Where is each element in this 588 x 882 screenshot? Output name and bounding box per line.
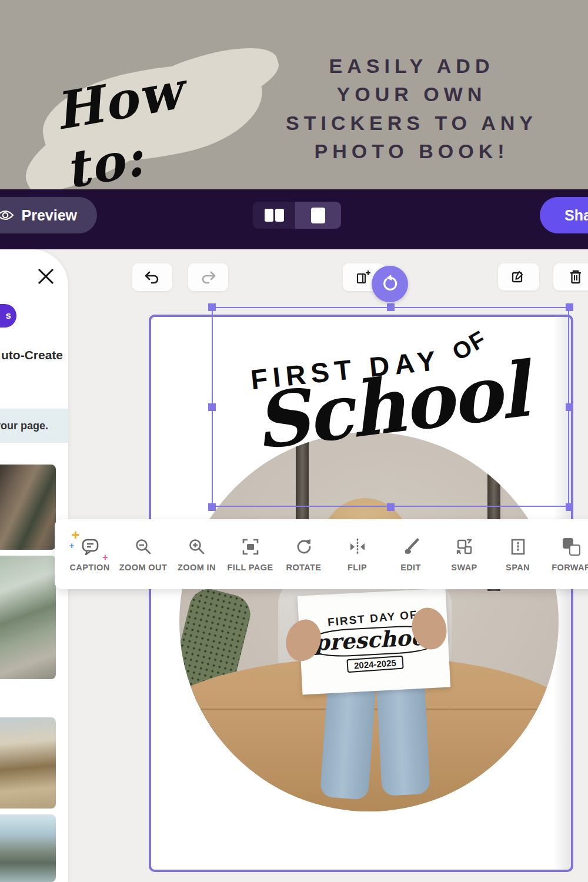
photo-thumbnail-lake-mountains[interactable] bbox=[0, 814, 56, 882]
zoom-out-label: ZOOM OUT bbox=[119, 563, 167, 572]
rotate-icon bbox=[295, 536, 313, 557]
edit-label: EDIT bbox=[400, 563, 421, 572]
share-button[interactable]: Sha bbox=[540, 197, 588, 233]
forward-front-square bbox=[569, 544, 580, 556]
selection-handle-mid-left[interactable] bbox=[208, 403, 216, 411]
banner-headline: EASILY ADD YOUR OWN STICKERS TO ANY PHOT… bbox=[253, 52, 570, 165]
rotate-ccw-icon bbox=[380, 275, 399, 293]
span-icon bbox=[509, 536, 527, 557]
selection-action-bar: + + + CAPTION ZOOM OUT bbox=[55, 519, 588, 589]
photo-thumbnail-family-on-couch[interactable] bbox=[0, 465, 56, 550]
app-toolbar: Preview Sha bbox=[0, 189, 588, 249]
single-page-view-option[interactable] bbox=[295, 202, 341, 229]
edit-page-button[interactable] bbox=[498, 263, 539, 290]
zoom-in-icon bbox=[188, 536, 206, 557]
edit-button[interactable]: EDIT bbox=[384, 536, 437, 572]
zoom-out-button[interactable]: ZOOM OUT bbox=[116, 536, 170, 572]
spread-right-page-icon bbox=[275, 209, 284, 222]
preview-button[interactable]: Preview bbox=[0, 197, 97, 233]
selection-handle-bottom-left[interactable] bbox=[208, 503, 216, 511]
preview-label: Preview bbox=[21, 207, 77, 224]
fill-page-label: FILL PAGE bbox=[228, 563, 273, 572]
selection-bounding-box[interactable] bbox=[212, 307, 569, 507]
photos-tab-label: s bbox=[6, 310, 11, 322]
headline-line-1: EASILY ADD bbox=[253, 52, 570, 80]
flip-icon bbox=[348, 536, 367, 557]
add-page-icon bbox=[355, 269, 373, 286]
spread-view-option[interactable] bbox=[253, 202, 295, 229]
undo-button[interactable] bbox=[132, 263, 172, 291]
swap-icon bbox=[455, 536, 475, 557]
selection-handle-mid-right[interactable] bbox=[566, 403, 573, 411]
selection-handle-bottom-center[interactable] bbox=[387, 503, 395, 511]
zoom-in-button[interactable]: ZOOM IN bbox=[170, 536, 223, 572]
photo-thumbnail-father-child-beach[interactable] bbox=[0, 717, 56, 808]
sign-line-3: 2024-2025 bbox=[346, 656, 403, 673]
promo-banner: How to: EASILY ADD YOUR OWN STICKERS TO … bbox=[0, 0, 588, 189]
banner-script-text: How to: bbox=[50, 46, 279, 199]
selection-handle-top-center[interactable] bbox=[387, 303, 395, 311]
trash-icon bbox=[568, 269, 583, 285]
fill-page-icon bbox=[241, 536, 260, 557]
bring-forward-icon bbox=[562, 536, 581, 557]
selection-handle-top-right[interactable] bbox=[566, 303, 573, 311]
redo-button[interactable] bbox=[188, 263, 228, 291]
swap-label: SWAP bbox=[451, 563, 477, 572]
caption-icon: + + + bbox=[80, 536, 100, 557]
sparkle-icon: + bbox=[102, 553, 108, 562]
delete-button[interactable] bbox=[553, 263, 588, 290]
page-hint-text: your page. bbox=[0, 420, 48, 432]
photo-thumbnail-woman-by-window[interactable] bbox=[0, 556, 56, 679]
page-hint-strip: your page. bbox=[0, 409, 68, 443]
headline-line-2: YOUR OWN bbox=[253, 80, 570, 108]
edit-square-icon bbox=[510, 269, 527, 285]
page-view-toggle[interactable] bbox=[253, 202, 341, 229]
edit-brush-icon bbox=[402, 536, 420, 557]
flip-label: FLIP bbox=[348, 563, 367, 572]
caption-button[interactable]: + + + CAPTION bbox=[63, 536, 116, 572]
rotate-selection-handle[interactable] bbox=[372, 266, 408, 302]
rotate-button[interactable]: ROTATE bbox=[277, 536, 330, 572]
app-screen: How to: EASILY ADD YOUR OWN STICKERS TO … bbox=[0, 0, 588, 882]
caption-label: CAPTION bbox=[69, 563, 109, 572]
redo-icon bbox=[200, 270, 216, 285]
fill-page-button[interactable]: FILL PAGE bbox=[223, 536, 277, 572]
close-sidebar-icon[interactable] bbox=[35, 266, 56, 287]
rotate-label: ROTATE bbox=[286, 563, 322, 572]
selection-handle-top-left[interactable] bbox=[208, 303, 216, 311]
single-page-icon bbox=[311, 208, 325, 223]
undo-icon bbox=[144, 270, 161, 285]
eye-icon bbox=[0, 209, 14, 222]
spread-left-page-icon bbox=[265, 209, 273, 222]
zoom-out-icon bbox=[134, 536, 153, 557]
share-label: Sha bbox=[564, 207, 588, 224]
flip-button[interactable]: FLIP bbox=[330, 536, 384, 572]
bring-forward-label: FORWAR bbox=[552, 563, 588, 572]
auto-create-label[interactable]: uto-Create bbox=[1, 348, 63, 362]
span-button[interactable]: SPAN bbox=[491, 536, 544, 572]
headline-line-4: PHOTO BOOK! bbox=[253, 137, 570, 165]
bring-forward-button[interactable]: FORWAR bbox=[544, 536, 588, 572]
swap-button[interactable]: SWAP bbox=[437, 536, 491, 572]
selection-handle-bottom-right[interactable] bbox=[566, 503, 573, 511]
sparkle-icon: + bbox=[69, 541, 75, 550]
zoom-in-label: ZOOM IN bbox=[178, 563, 216, 572]
headline-line-3: STICKERS TO ANY bbox=[253, 109, 570, 137]
span-label: SPAN bbox=[506, 563, 530, 572]
